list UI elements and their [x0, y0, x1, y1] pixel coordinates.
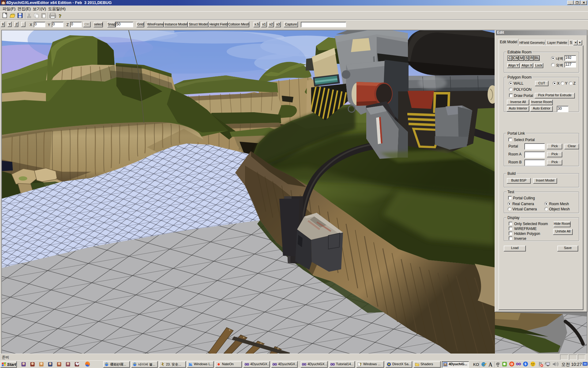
svg-text:오전 10:27: 오전 10:27 — [561, 362, 582, 367]
svg-text:A: A — [488, 362, 492, 368]
svg-text:?: ? — [360, 362, 361, 366]
svg-text:?: ? — [59, 13, 62, 19]
